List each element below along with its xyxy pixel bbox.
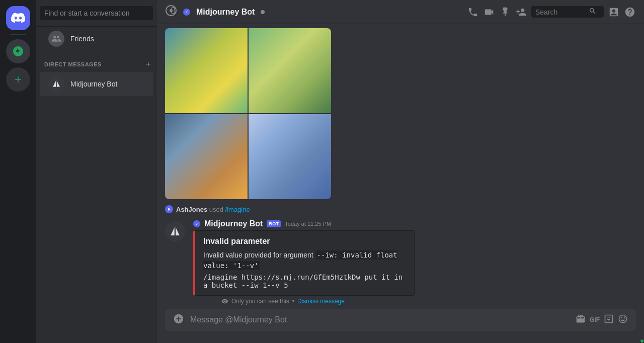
add-dm-button[interactable]: + [143, 59, 153, 70]
friends-item[interactable]: Friends [40, 27, 153, 51]
pin-icon[interactable] [499, 6, 511, 18]
error-body: Invalid value provided for argument --iw… [203, 250, 406, 271]
used-command-icon [165, 205, 173, 213]
image-message-container [157, 24, 644, 201]
bot-avatar [165, 221, 185, 241]
video-icon[interactable] [483, 6, 495, 18]
server-divider [10, 34, 26, 35]
chat-header: ✓ Midjourney Bot [157, 0, 644, 24]
server-icon-discord[interactable] [6, 6, 30, 30]
header-search-input[interactable] [535, 8, 586, 16]
only-you-row: Only you can see this • Dismiss message [221, 296, 636, 307]
friends-label: Friends [70, 35, 94, 43]
chat-title: Midjourney Bot [196, 8, 255, 17]
image-grid [165, 28, 331, 199]
header-icons [467, 6, 636, 18]
dm-search-container [36, 0, 157, 27]
bot-badge: BOT [267, 220, 281, 227]
chat-input-area: GIF [157, 309, 644, 343]
error-title: Invalid parameter [203, 237, 406, 246]
sticker-icon[interactable] [604, 314, 614, 326]
dm-sidebar: Friends DIRECT MESSAGES + Midjourney Bot [36, 0, 157, 343]
search-input[interactable] [40, 6, 153, 20]
msg-header: ✓ Midjourney Bot BOT Today at 11:25 PM [193, 219, 636, 228]
bot-message-content: ✓ Midjourney Bot BOT Today at 11:25 PM I… [193, 219, 636, 307]
bot-message-row: ✓ Midjourney Bot BOT Today at 11:25 PM I… [157, 215, 644, 309]
message-input[interactable] [190, 309, 570, 330]
gif-button[interactable]: GIF [590, 316, 600, 323]
search-box [531, 6, 604, 18]
eye-icon [221, 298, 228, 305]
used-command-action: used [209, 206, 225, 213]
error-body-prefix: Invalid value provided for argument [203, 251, 315, 259]
grid-cell-1[interactable] [165, 28, 248, 113]
bot-username: Midjourney Bot [204, 219, 263, 228]
phone-icon[interactable] [467, 6, 479, 18]
friends-icon [48, 31, 64, 47]
add-friend-icon[interactable] [515, 6, 527, 18]
help-icon[interactable] [624, 6, 636, 18]
grid-cell-4[interactable] [249, 114, 331, 199]
emoji-icon[interactable] [618, 314, 628, 326]
dismiss-link[interactable]: Dismiss message [297, 298, 345, 305]
server-rail [0, 0, 36, 343]
used-command-row: AshJones used /imagine [157, 201, 644, 215]
input-plus-button[interactable] [173, 313, 184, 327]
grid-cell-3[interactable] [165, 114, 248, 199]
chat-messages: AshJones used /imagine ✓ Midjourney Bot … [157, 24, 644, 309]
used-command-text: AshJones used /imagine [176, 206, 250, 213]
error-block: Invalid parameter Invalid value provided… [193, 230, 415, 296]
grid-cell-2[interactable] [249, 28, 331, 113]
input-right-icons: GIF [576, 314, 628, 326]
msg-timestamp: Today at 11:25 PM [285, 221, 331, 227]
verified-badge: ✓ [183, 9, 190, 16]
used-command-username: AshJones [176, 206, 207, 213]
status-dot [261, 10, 265, 14]
dm-user-midjourney[interactable]: Midjourney Bot [40, 72, 153, 96]
error-command: /imagine https://s.mj.run/GfEm5HztkDw pu… [203, 273, 406, 289]
dm-user-name: Midjourney Bot [70, 80, 117, 88]
inbox-icon[interactable] [608, 6, 620, 18]
add-server-button[interactable] [6, 67, 30, 92]
direct-messages-label: DIRECT MESSAGES [44, 61, 102, 67]
only-you-text: Only you can see this [231, 298, 289, 305]
avatar [48, 76, 64, 92]
separator: • [292, 298, 294, 305]
used-command-link[interactable]: /imagine [225, 206, 250, 213]
gift-icon[interactable] [576, 314, 586, 326]
server-icon-explore[interactable] [6, 39, 30, 63]
chat-input-box: GIF [165, 309, 636, 331]
search-icon [589, 7, 597, 17]
status-indicator [639, 338, 644, 343]
chat-main: ✓ Midjourney Bot [157, 0, 644, 343]
channel-at-icon [165, 5, 177, 19]
bot-verified-badge: ✓ [193, 220, 200, 227]
dm-section-header: DIRECT MESSAGES + [36, 51, 157, 72]
